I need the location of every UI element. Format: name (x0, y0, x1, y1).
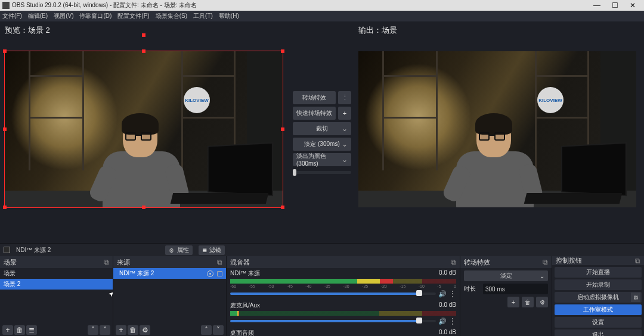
popout-icon[interactable]: ⧉ (217, 258, 222, 266)
plus-icon: + (343, 110, 346, 117)
mouse-cursor (110, 292, 113, 300)
menu-edit[interactable]: 编辑(E) (28, 12, 48, 20)
program-pane[interactable]: 输出：场景 KILOVIEW (354, 21, 644, 243)
control-button[interactable]: 退出 (555, 329, 642, 336)
scene-item[interactable]: 场景 (0, 268, 113, 279)
scenes-dock: 场景⧉ 场景 场景 2 + 🗑 ≣ ˄ ˅ (0, 256, 113, 336)
sources-title: 来源 (117, 258, 130, 267)
remove-scene-button[interactable]: 🗑 (14, 325, 25, 335)
menu-profile[interactable]: 配置文件(P) (117, 12, 149, 20)
menu-tools[interactable]: 工具(T) (193, 12, 213, 20)
control-button[interactable]: 工作室模式 (555, 304, 642, 315)
menu-file[interactable]: 文件(F) (2, 12, 22, 20)
popout-icon[interactable]: ⧉ (635, 257, 640, 265)
source-down-button[interactable]: ˅ (213, 325, 224, 335)
add-source-button[interactable]: + (116, 325, 126, 335)
window-minimize[interactable]: — (588, 1, 606, 10)
transition-button[interactable]: 转场特效 (293, 91, 336, 104)
window-title: OBS Studio 29.0.2 (64-bit, windows) - 配置… (12, 1, 197, 10)
tbar-thumb[interactable] (293, 169, 296, 176)
channel-name: 麦克风/Aux (230, 301, 260, 310)
scenes-list[interactable]: 场景 场景 2 (0, 268, 113, 324)
mixer-body: NDI™ 来源0.0 dB-60-55-50-45-40-35-30-25-20… (227, 268, 460, 336)
controls-body: 开始直播开始录制启动虚拟摄像机⚙工作室模式设置退出 (552, 265, 644, 336)
quick-transition-cut[interactable]: 裁切 (293, 122, 351, 135)
meter-ticks: -60-55-50-45-40-35-30-25-20-15-10-50 (230, 284, 456, 288)
remove-source-button[interactable]: 🗑 (128, 325, 138, 335)
control-button[interactable]: 开始录制 (555, 279, 642, 290)
channel-name: NDI™ 来源 (230, 269, 260, 278)
menu-scene-collection[interactable]: 场景集合(S) (156, 12, 187, 20)
gear-icon (169, 247, 175, 253)
control-button[interactable]: 开始直播 (555, 267, 642, 278)
channel-menu-button[interactable]: ⋮ (449, 317, 456, 325)
preview-pane[interactable]: 预览：场景 2 KILOVIEW (0, 21, 290, 243)
source-item[interactable]: NDI™ 来源 2 (113, 268, 226, 279)
eye-icon[interactable] (207, 270, 213, 277)
source-filters-button[interactable]: ≣滤镜 (199, 245, 225, 255)
scene-filters-button[interactable]: ≣ (26, 325, 37, 335)
window-close[interactable]: ✕ (624, 1, 642, 10)
add-quick-transition-button[interactable]: + (338, 107, 351, 120)
preview-canvas[interactable]: KILOVIEW (5, 51, 283, 207)
scenes-title: 场景 (4, 258, 17, 267)
scene-item[interactable]: 场景 2 (0, 279, 113, 290)
remove-transition-button[interactable]: 🗑 (522, 297, 534, 307)
preview-area: 预览：场景 2 KILOVIEW (0, 21, 644, 243)
mixer-dock: 混音器⧉ NDI™ 来源0.0 dB-60-55-50-45-40-35-30-… (227, 256, 460, 336)
sources-list[interactable]: NDI™ 来源 2 (113, 268, 226, 324)
brand-logo: KILOVIEW (537, 87, 564, 113)
menu-bar: 文件(F) 编辑(E) 视图(V) 停靠窗口(D) 配置文件(P) 场景集合(S… (0, 11, 644, 21)
source-properties-button[interactable]: ⚙ (140, 325, 150, 335)
transition-duration-input[interactable]: 300 ms (483, 284, 548, 294)
add-transition-button[interactable]: + (507, 297, 519, 307)
menu-docks[interactable]: 停靠窗口(D) (79, 12, 112, 20)
menu-help[interactable]: 帮助(H) (219, 12, 239, 20)
kebab-icon: ⋮ (342, 94, 348, 101)
popout-icon[interactable]: ⧉ (451, 258, 456, 266)
menu-view[interactable]: 视图(V) (54, 12, 73, 20)
controls-dock: 控制按钮⧉ 开始直播开始录制启动虚拟摄像机⚙工作室模式设置退出 (552, 256, 644, 336)
add-scene-button[interactable]: + (2, 325, 13, 335)
control-button[interactable]: 启动虚拟摄像机⚙ (555, 292, 642, 303)
filters-icon: ≣ (202, 247, 207, 253)
transition-properties-button[interactable]: ⚙ (536, 297, 548, 307)
mixer-channel: NDI™ 来源0.0 dB-60-55-50-45-40-35-30-25-20… (227, 268, 460, 300)
mixer-title: 混音器 (230, 258, 250, 267)
transitions-body: 淡定 时长 300 ms + 🗑 ⚙ (460, 268, 552, 310)
window-maximize[interactable]: ☐ (606, 1, 624, 10)
control-button[interactable]: 设置 (555, 317, 642, 328)
source-context-bar: NDI™ 来源 2 属性 ≣滤镜 (0, 243, 644, 256)
mixer-channel: 麦克风/Aux0.0 dB🔊⋮ (227, 300, 460, 328)
preview-scene: KILOVIEW (5, 51, 283, 207)
channel-db: 0.0 dB (439, 269, 456, 278)
sources-dock: 来源⧉ NDI™ 来源 2 + 🗑 ⚙ ˄ ˅ (113, 256, 227, 336)
quick-transition-fade-300[interactable]: 淡定 (300ms) (293, 138, 351, 151)
quick-transition-fadeblack-300[interactable]: 淡出为黑色 (300ms) (293, 153, 351, 166)
popout-icon[interactable]: ⧉ (104, 258, 109, 266)
transitions-dock: 转场特效⧉ 淡定 时长 300 ms + 🗑 ⚙ (460, 256, 552, 336)
transition-duration-label: 时长 (464, 285, 481, 293)
volume-slider[interactable] (230, 320, 436, 322)
transition-select[interactable]: 淡定 (464, 270, 548, 281)
scene-down-button[interactable]: ˅ (100, 325, 110, 335)
transitions-title: 转场特效 (464, 258, 490, 267)
popout-icon[interactable]: ⧉ (543, 258, 548, 266)
speaker-icon[interactable]: 🔊 (438, 318, 447, 325)
source-up-button[interactable]: ˄ (201, 325, 212, 335)
tbar-slider[interactable] (293, 171, 351, 174)
source-properties-button[interactable]: 属性 (165, 245, 193, 255)
channel-menu-button[interactable]: ⋮ (449, 290, 456, 298)
quick-transition-label: 快速转场特效 (293, 107, 336, 120)
speaker-icon[interactable]: 🔊 (438, 290, 447, 298)
audio-meter (230, 311, 456, 316)
transition-menu-button[interactable]: ⋮ (338, 91, 351, 104)
app-icon (2, 2, 10, 9)
lock-icon[interactable] (217, 271, 222, 276)
mixer-channel: 桌面音频0.0 dB🔊⋮ (227, 328, 460, 336)
volume-slider[interactable] (230, 293, 436, 295)
channel-name: 桌面音频 (230, 329, 254, 336)
gear-icon[interactable]: ⚙ (631, 293, 640, 302)
scene-up-button[interactable]: ˄ (88, 325, 98, 335)
controls-title: 控制按钮 (556, 256, 582, 265)
